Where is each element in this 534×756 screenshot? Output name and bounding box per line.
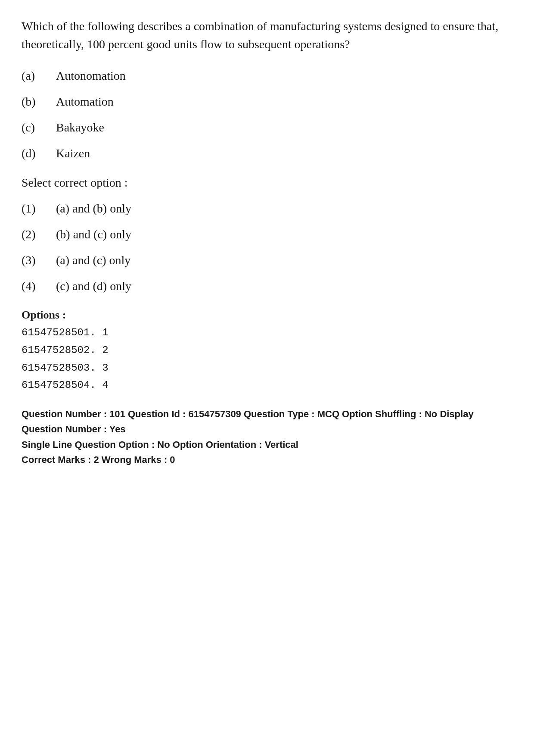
metadata-line1: Question Number : 101 Question Id : 6154… bbox=[22, 406, 512, 437]
choice-c-label: (c) bbox=[22, 121, 56, 134]
option-id-4: 61547528504. 4 bbox=[22, 377, 512, 394]
select-options: (1) (a) and (b) only (2) (b) and (c) onl… bbox=[22, 202, 512, 293]
option-id-2: 61547528502. 2 bbox=[22, 342, 512, 359]
choice-d: (d) Kaizen bbox=[22, 147, 512, 160]
select-option-3-text: (a) and (c) only bbox=[56, 253, 130, 267]
select-prompt: Select correct option : bbox=[22, 176, 512, 190]
select-option-1-num: (1) bbox=[22, 202, 56, 216]
options-section: Options : 61547528501. 1 61547528502. 2 … bbox=[22, 309, 512, 394]
question-choices: (a) Autonomation (b) Automation (c) Baka… bbox=[22, 69, 512, 160]
option-id-3: 61547528503. 3 bbox=[22, 359, 512, 377]
question-container: Which of the following describes a combi… bbox=[22, 17, 512, 467]
select-option-4-text: (c) and (d) only bbox=[56, 279, 131, 293]
choice-a: (a) Autonomation bbox=[22, 69, 512, 83]
question-text: Which of the following describes a combi… bbox=[22, 17, 512, 53]
select-option-3: (3) (a) and (c) only bbox=[22, 253, 512, 267]
metadata-line2: Single Line Question Option : No Option … bbox=[22, 437, 512, 452]
choice-d-text: Kaizen bbox=[56, 147, 90, 160]
choice-a-text: Autonomation bbox=[56, 69, 126, 83]
metadata-line3: Correct Marks : 2 Wrong Marks : 0 bbox=[22, 452, 512, 467]
metadata-section: Question Number : 101 Question Id : 6154… bbox=[22, 406, 512, 467]
choice-b-text: Automation bbox=[56, 95, 114, 109]
select-option-1: (1) (a) and (b) only bbox=[22, 202, 512, 216]
select-option-1-text: (a) and (b) only bbox=[56, 202, 131, 216]
option-id-1: 61547528501. 1 bbox=[22, 324, 512, 342]
select-option-4-num: (4) bbox=[22, 279, 56, 293]
options-heading: Options : bbox=[22, 309, 512, 322]
choice-a-label: (a) bbox=[22, 69, 56, 83]
choice-d-label: (d) bbox=[22, 147, 56, 160]
select-option-2-text: (b) and (c) only bbox=[56, 228, 131, 241]
select-option-2-num: (2) bbox=[22, 228, 56, 241]
select-option-3-num: (3) bbox=[22, 253, 56, 267]
select-option-2: (2) (b) and (c) only bbox=[22, 228, 512, 241]
choice-b-label: (b) bbox=[22, 95, 56, 109]
select-option-4: (4) (c) and (d) only bbox=[22, 279, 512, 293]
choice-c-text: Bakayoke bbox=[56, 121, 104, 134]
choice-c: (c) Bakayoke bbox=[22, 121, 512, 134]
choice-b: (b) Automation bbox=[22, 95, 512, 109]
